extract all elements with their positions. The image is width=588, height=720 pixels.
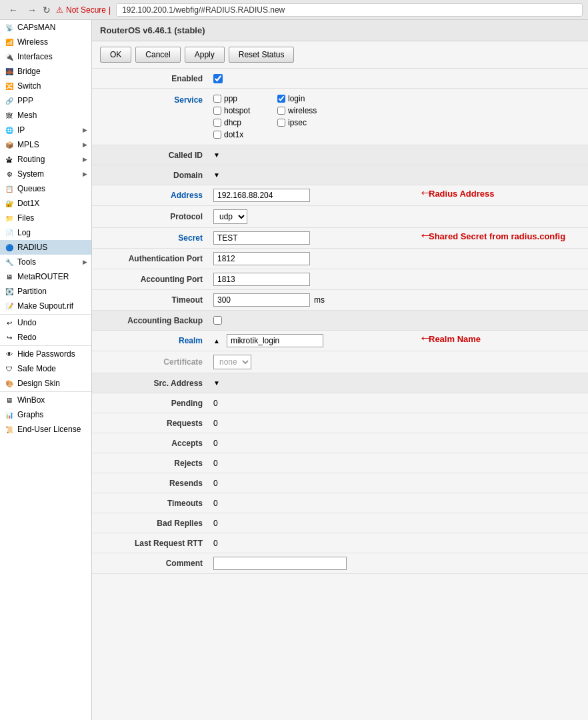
content-area: OK Cancel Apply Reset Status Enabled [92, 41, 588, 574]
called-id-arrow[interactable]: ▼ [213, 151, 220, 159]
resends-value: 0 [213, 479, 580, 488]
service-hotspot[interactable]: hotspot [213, 106, 267, 115]
wireless-checkbox[interactable] [277, 107, 285, 115]
service-login[interactable]: login [277, 94, 331, 103]
timeout-input[interactable] [213, 293, 310, 307]
sidebar-label-bridge: Bridge [17, 67, 41, 76]
sidebar-item-mesh[interactable]: 🕸 Mesh [0, 108, 91, 123]
address-input[interactable] [213, 189, 310, 202]
ppp-icon: 🔗 [4, 95, 15, 106]
design-skin-icon: 🎨 [4, 378, 15, 389]
refresh-button[interactable]: ↻ [43, 3, 51, 17]
sidebar-item-design-skin[interactable]: 🎨 Design Skin [0, 376, 91, 391]
comment-value [213, 557, 580, 570]
sidebar-item-metarouter[interactable]: 🖥 MetaROUTER [0, 269, 91, 284]
sidebar-item-capsman[interactable]: 📡 CAPsMAN [0, 20, 91, 35]
called-id-value: ▼ [213, 151, 580, 159]
enabled-checkbox[interactable] [213, 74, 223, 83]
secret-input[interactable] [213, 231, 310, 245]
ok-button[interactable]: OK [100, 47, 131, 63]
sidebar-item-radius[interactable]: 🔵 RADIUS [0, 240, 91, 255]
service-ppp[interactable]: ppp [213, 94, 267, 103]
sidebar-item-switch[interactable]: 🔀 Switch [0, 79, 91, 93]
not-secure-indicator: ⚠ Not Secure | [56, 5, 111, 15]
auth-port-input[interactable] [213, 252, 310, 265]
domain-arrow[interactable]: ▼ [213, 171, 220, 179]
sidebar-label-safe-mode: Safe Mode [17, 364, 56, 373]
service-wireless[interactable]: wireless [277, 106, 331, 115]
sidebar-item-wireless[interactable]: 📶 Wireless [0, 35, 91, 49]
sidebar-item-dot1x[interactable]: 🔐 Dot1X [0, 196, 91, 211]
sidebar-item-files[interactable]: 📁 Files [0, 211, 91, 225]
sidebar-item-graphs[interactable]: 📊 Graphs [0, 407, 91, 422]
sidebar-item-ip[interactable]: 🌐 IP ▶ [0, 123, 91, 137]
sidebar-item-winbox[interactable]: 🖥 WinBox [0, 393, 91, 407]
sidebar-item-undo[interactable]: ↩ Undo [0, 315, 91, 330]
app-title: RouterOS v6.46.1 (stable) [100, 25, 205, 35]
src-address-arrow[interactable]: ▼ [213, 379, 220, 387]
protocol-select[interactable]: udp tcp [213, 209, 247, 224]
sidebar-label-undo: Undo [17, 318, 37, 327]
bad-replies-value: 0 [213, 519, 580, 528]
hotspot-checkbox[interactable] [213, 107, 221, 115]
sidebar-item-interfaces[interactable]: 🔌 Interfaces [0, 49, 91, 64]
sidebar-item-mpls[interactable]: 📦 MPLS ▶ [0, 137, 91, 152]
secret-label: Secret [100, 233, 213, 243]
ipsec-checkbox[interactable] [277, 119, 285, 127]
realm-up-arrow[interactable]: ▲ [213, 337, 220, 345]
address-value: ← Radius Address [213, 189, 580, 202]
service-ipsec[interactable]: ipsec [277, 118, 331, 127]
forward-button[interactable]: → [24, 3, 40, 17]
secret-value: ← Shared Secret from radius.config [213, 231, 580, 245]
sidebar-item-ppp[interactable]: 🔗 PPP [0, 93, 91, 108]
service-dot1x[interactable]: dot1x [213, 130, 267, 139]
sidebar-item-partition[interactable]: 💽 Partition [0, 284, 91, 299]
protocol-value: udp tcp [213, 209, 580, 224]
comment-input[interactable] [213, 557, 347, 570]
sidebar-item-safe-mode[interactable]: 🛡 Safe Mode [0, 361, 91, 376]
sidebar-label-dot1x: Dot1X [17, 199, 39, 208]
ip-icon: 🌐 [4, 125, 15, 135]
sidebar-item-redo[interactable]: ↪ Redo [0, 330, 91, 345]
auth-port-row: Authentication Port [92, 249, 588, 269]
bad-replies-row: Bad Replies 0 [92, 513, 588, 533]
certificate-select[interactable]: none [213, 355, 251, 369]
sidebar-label-partition: Partition [17, 287, 47, 296]
last-rtt-value: 0 [213, 539, 580, 548]
service-dhcp[interactable]: dhcp [213, 118, 267, 127]
resends-row: Resends 0 [92, 473, 588, 493]
sidebar-item-system[interactable]: ⚙ System ▶ [0, 167, 91, 181]
service-checkboxes: ppp login hotspot [213, 94, 331, 139]
system-icon: ⚙ [4, 169, 15, 179]
reset-status-button[interactable]: Reset Status [229, 47, 295, 63]
sidebar-item-tools[interactable]: 🔧 Tools ▶ [0, 255, 91, 269]
service-label: Service [100, 94, 213, 105]
resends-count: 0 [213, 479, 218, 488]
sidebar: 📡 CAPsMAN 📶 Wireless 🔌 Interfaces 🌉 Brid… [0, 20, 92, 720]
sidebar-item-make-supout[interactable]: 📝 Make Supout.rif [0, 299, 91, 313]
sidebar-label-tools: Tools [17, 257, 36, 267]
sidebar-label-mesh: Mesh [17, 111, 37, 120]
sidebar-item-hide-passwords[interactable]: 👁 Hide Passwords [0, 347, 91, 361]
back-button[interactable]: ← [5, 3, 21, 17]
sidebar-item-queues[interactable]: 📋 Queues [0, 181, 91, 196]
apply-button[interactable]: Apply [185, 47, 225, 63]
accepts-value: 0 [213, 439, 580, 448]
dhcp-checkbox[interactable] [213, 119, 221, 127]
form-section: Enabled Service ppp [92, 69, 588, 574]
sidebar-item-log[interactable]: 📄 Log [0, 225, 91, 240]
acct-port-input[interactable] [213, 273, 310, 286]
login-checkbox[interactable] [277, 95, 285, 103]
realm-annotation-text: Realm Name [429, 334, 481, 344]
rejects-count: 0 [213, 459, 218, 468]
realm-input[interactable] [227, 334, 323, 347]
sidebar-item-routing[interactable]: 🛣 Routing ▶ [0, 152, 91, 167]
cancel-button[interactable]: Cancel [135, 47, 180, 63]
ppp-checkbox[interactable] [213, 95, 221, 103]
url-bar[interactable] [116, 3, 583, 17]
sidebar-item-end-user-license[interactable]: 📜 End-User License [0, 422, 91, 437]
secret-row: Secret ← Shared Secret from radius.confi… [92, 228, 588, 249]
sidebar-item-bridge[interactable]: 🌉 Bridge [0, 64, 91, 79]
dot1x-checkbox[interactable] [213, 131, 221, 139]
acct-backup-checkbox[interactable] [213, 316, 222, 325]
